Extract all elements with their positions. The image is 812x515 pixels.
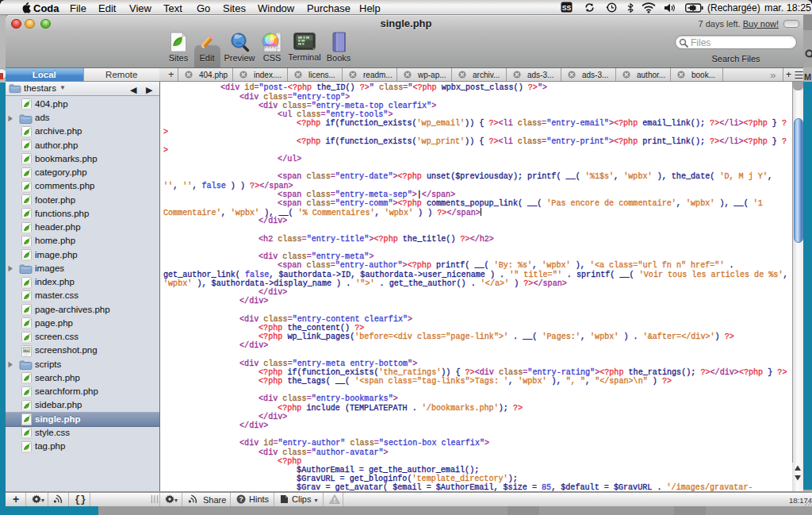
svg-text:SS: SS [562, 4, 572, 12]
svg-text:?: ? [239, 495, 243, 503]
